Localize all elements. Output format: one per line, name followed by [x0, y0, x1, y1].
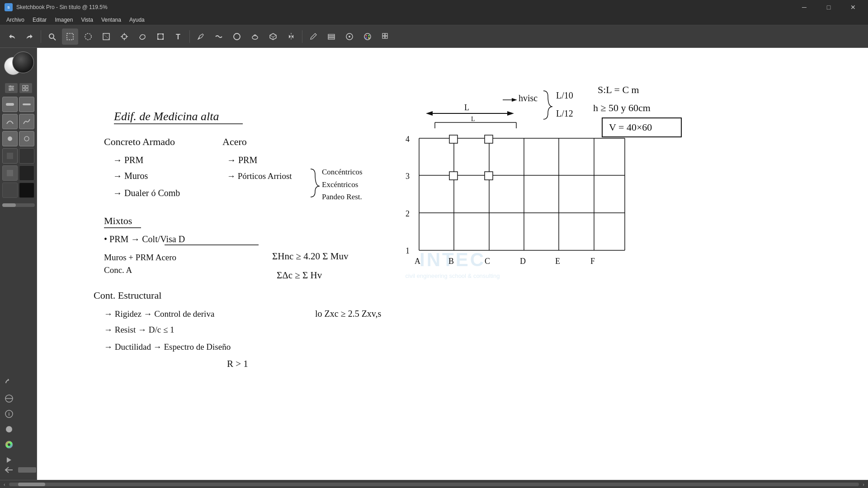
l2-label: L — [471, 116, 475, 122]
svg-point-2 — [49, 34, 54, 38]
brush-stroke-button[interactable] — [211, 28, 227, 45]
brush-tool-6[interactable] — [19, 131, 34, 146]
circle-fill-icon[interactable] — [3, 423, 15, 436]
canvas-area[interactable]: INTEC civil engineering school & consult… — [37, 48, 868, 480]
svg-point-64 — [6, 426, 12, 432]
watermark-text: civil engineering school & consulting — [406, 272, 500, 279]
palette-button[interactable] — [359, 28, 376, 45]
brush-tool-3[interactable] — [2, 114, 18, 129]
minimize-button[interactable]: ─ — [794, 0, 815, 14]
menu-archivo[interactable]: Archivo — [3, 16, 28, 24]
grid-col-b: B — [448, 257, 454, 266]
cont-item2: → Resist → D/c ≤ 1 — [104, 325, 175, 334]
brush-row-6 — [2, 183, 35, 198]
brush-tool-7[interactable] — [2, 148, 18, 164]
rotate-icon[interactable] — [3, 377, 15, 389]
circle-select-button[interactable] — [80, 28, 96, 45]
svg-rect-47 — [26, 85, 28, 88]
menu-ayuda[interactable]: Ayuda — [126, 16, 148, 24]
brush-tool-1[interactable] — [2, 97, 18, 112]
concrete-title: Concreto Armado — [104, 136, 175, 147]
mixtos-sub2: Conc. A — [104, 265, 132, 275]
menu-imagen[interactable]: Imagen — [51, 16, 76, 24]
svg-rect-16 — [157, 38, 159, 40]
layers-panel-icon[interactable] — [3, 392, 15, 405]
panel-sliders-icon[interactable] — [5, 83, 18, 93]
menu-vista[interactable]: Vista — [77, 16, 96, 24]
undo-button[interactable] — [4, 28, 20, 45]
brush-row-1 — [2, 97, 35, 112]
brush-row-3 — [2, 131, 35, 146]
maximize-button[interactable]: □ — [818, 0, 839, 14]
window-controls: ─ □ ✕ — [794, 0, 863, 14]
brush-row-4 — [2, 148, 35, 164]
brush-size-slider[interactable] — [2, 203, 35, 207]
canvas-title: Edif. de Medicina alta — [113, 110, 219, 123]
acero-sub1: Concéntricos — [322, 168, 363, 176]
brush-tool-11[interactable] — [2, 183, 18, 198]
svg-rect-48 — [23, 89, 25, 91]
scroll-right-arrow[interactable]: › — [863, 482, 864, 487]
brush-tool-10[interactable] — [19, 165, 34, 181]
crosshair-button[interactable] — [116, 28, 132, 45]
text-tool-button[interactable]: T — [170, 28, 187, 45]
grid-button[interactable] — [377, 28, 394, 45]
svg-rect-91 — [485, 172, 493, 180]
grid-col-a: A — [415, 257, 420, 266]
svg-point-45 — [9, 89, 11, 91]
circle-tool-button[interactable] — [229, 28, 245, 45]
svg-point-52 — [8, 136, 12, 141]
scroll-left-arrow[interactable]: ‹ — [4, 482, 5, 487]
color-picker-button[interactable] — [341, 28, 358, 45]
smudge-button[interactable] — [247, 28, 263, 45]
layers-button[interactable] — [323, 28, 340, 45]
brush-tool-5[interactable] — [2, 131, 18, 146]
svg-rect-37 — [385, 33, 387, 36]
horizontal-scrollbar[interactable] — [9, 483, 859, 486]
svg-rect-51 — [23, 103, 31, 105]
brush-tool-8[interactable] — [19, 148, 34, 164]
brush-tool-12[interactable] — [19, 183, 34, 198]
close-button[interactable]: ✕ — [843, 0, 863, 14]
pencil-button[interactable] — [305, 28, 321, 45]
titlebar: S Sketchbook Pro - Sin título @ 119.5% ─… — [0, 0, 868, 14]
transform-button[interactable] — [152, 28, 169, 45]
brush-tool-2[interactable] — [19, 97, 34, 112]
lasso-button[interactable] — [134, 28, 151, 45]
svg-line-22 — [270, 35, 273, 37]
color-wheel-icon[interactable] — [3, 438, 15, 451]
search-button[interactable] — [44, 28, 60, 45]
svg-rect-39 — [385, 36, 387, 38]
svg-point-20 — [234, 33, 240, 40]
pen-tool-button[interactable] — [193, 28, 209, 45]
redo-button[interactable] — [22, 28, 38, 45]
svg-point-32 — [366, 35, 367, 36]
back-arrow-icon[interactable] — [3, 464, 15, 476]
brush-tool-4[interactable] — [19, 114, 34, 129]
acero-item2: → Pórticos Arriost — [227, 171, 292, 181]
brush-tool-9[interactable] — [2, 165, 18, 181]
grid-col-e: E — [555, 257, 560, 266]
3d-button[interactable] — [265, 28, 281, 45]
separator-1 — [41, 30, 41, 43]
background-color-swatch[interactable] — [12, 52, 34, 73]
info-icon[interactable]: i — [3, 408, 15, 420]
acero-sub2: Excéntricos — [322, 180, 358, 189]
panel-grid-icon[interactable] — [19, 83, 32, 93]
size-indicator[interactable] — [18, 467, 36, 473]
grid-row-4: 4 — [406, 135, 410, 144]
menu-ventana[interactable]: Ventana — [98, 16, 125, 24]
formula1: ΣHnc ≥ 4.20 Σ Muv — [272, 251, 349, 262]
crop-button[interactable] — [98, 28, 114, 45]
separator-2 — [189, 30, 190, 43]
app-icon: S — [5, 3, 13, 11]
svg-rect-54 — [7, 153, 13, 159]
select-button[interactable] — [62, 28, 78, 45]
grid-row-1: 1 — [406, 246, 410, 255]
symmetry-button[interactable] — [283, 28, 299, 45]
svg-point-43 — [9, 85, 11, 87]
cont-formula: R > 1 — [227, 358, 248, 369]
scrollbar-thumb[interactable] — [18, 483, 45, 486]
svg-point-21 — [252, 36, 258, 39]
menu-editar[interactable]: Editar — [29, 16, 50, 24]
